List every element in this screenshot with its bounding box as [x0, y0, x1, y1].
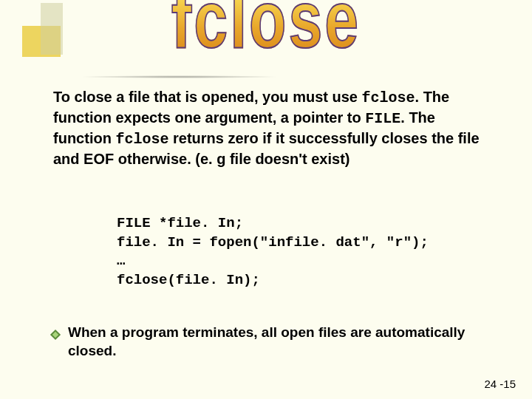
code-line: FILE *file. In;	[117, 214, 429, 233]
decor-rect-olive	[41, 3, 63, 55]
bullet-icon	[50, 330, 61, 340]
code-inline-file: FILE	[365, 110, 400, 127]
page-number: 24 -15	[484, 378, 516, 390]
code-line: fclose(file. In);	[117, 271, 429, 290]
description-paragraph: To close a file that is opened, you must…	[53, 87, 489, 169]
slide-title: fclose	[66, 0, 466, 66]
code-block: FILE *file. In;file. In = fopen("infile.…	[117, 214, 429, 290]
code-inline-fclose-2: fclose	[115, 131, 168, 148]
code-line: …	[117, 252, 429, 271]
title-shadow	[78, 75, 281, 78]
text: To close a file that is opened, you must…	[53, 89, 362, 105]
code-line: file. In = fopen("infile. dat", "r");	[117, 233, 429, 253]
footer-paragraph: When a program terminates, all open file…	[68, 324, 482, 360]
code-inline-fclose: fclose	[362, 89, 415, 106]
